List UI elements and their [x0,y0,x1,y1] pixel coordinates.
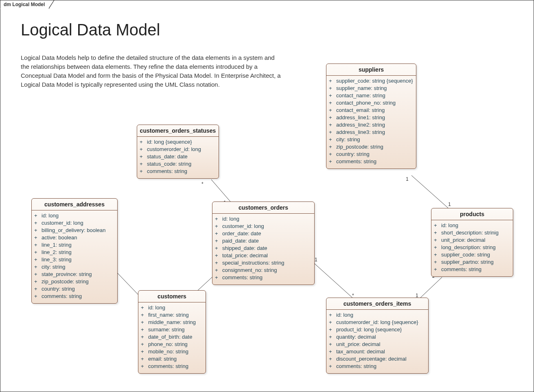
page-description: Logical Data Models help to define the d… [21,53,281,89]
attribute-row: +supplier_code: string {sequence} [329,77,414,85]
mult-label: 1 [448,201,451,207]
entity-customers[interactable]: customers+id: long+first_name: string+mi… [138,290,206,374]
entity-name: suppliers [326,64,416,76]
entity-attributes: +id: long+customer_id: long+order_date: … [212,214,314,285]
entity-attributes: +id: long+first_name: string+middle_name… [138,302,206,373]
attribute-row: +contact_name: string [329,92,414,99]
attribute-row: +email: string [141,355,203,363]
attribute-row: +date_of_birth: date [141,333,203,341]
entity-attributes: +id: long+short_description: strinig+uni… [431,220,513,276]
attribute-row: +special_instructions: string [215,259,312,267]
svg-line-3 [314,263,355,300]
attribute-row: +city: string [34,263,115,271]
attribute-row: +paid_date: date [215,237,312,245]
svg-line-4 [418,277,442,300]
attribute-row: +contact_email: string [329,107,414,114]
attribute-row: +first_name: string [141,311,203,319]
diagram-tab: dm Logical Model [0,0,49,9]
entity-attributes: +id: long+customerorder_id: long {sequen… [326,310,428,373]
attribute-row: +discount_percentage: decimal [329,355,426,363]
attribute-row: +unit_price: decimal [329,341,426,348]
attribute-row: +address_line2: string [329,121,414,129]
entity-name: customers_orders_statuses [137,125,219,137]
attribute-row: +address_line3: string [329,129,414,136]
attribute-row: +city: string [329,136,414,143]
entity-customers-orders[interactable]: customers_orders+id: long+customer_id: l… [212,201,315,285]
attribute-row: +tax_amount: decimal [329,348,426,355]
page-title: Logical Data Model [21,21,160,39]
attribute-row: +id: long {sequence} [140,138,216,146]
entity-suppliers[interactable]: suppliers+supplier_code: string {sequenc… [326,64,416,169]
attribute-row: +comments: string [329,158,414,165]
attribute-row: +long_description: string [434,244,510,251]
attribute-row: +id: long [141,304,203,311]
attribute-row: +id: long [215,215,312,223]
attribute-row: +id: long [34,212,115,219]
attribute-row: +supplier_name: string [329,85,414,92]
entity-name: products [431,208,513,220]
attribute-row: +unit_price: decimal [434,237,510,244]
attribute-row: +middle_name: string [141,319,203,326]
attribute-row: +id: long [434,222,510,229]
attribute-row: +product_id: long {sequence} [329,326,426,333]
attribute-row: +shipped_date: date [215,245,312,252]
attribute-row: +line_1: string [34,241,115,249]
attribute-row: +customer_id: long [215,223,312,230]
mult-label: * [201,181,204,187]
entity-attributes: +id: long+customer_id: long+billing_or_d… [32,210,117,303]
mult-label: 1 [315,257,317,263]
attribute-row: +customerorder_id: long {sequence} [329,319,426,326]
attribute-row: +state_province: string [34,271,115,278]
attribute-row: +surname: string [141,326,203,333]
svg-line-5 [411,175,448,208]
attribute-row: +status_code: string [140,160,216,168]
attribute-row: +total_price: decimal [215,252,312,259]
attribute-row: +comments: string [329,363,426,370]
entity-products[interactable]: products+id: long+short_description: str… [431,208,513,277]
entity-name: customers_addresses [32,199,117,210]
attribute-row: +supplier_code: string [434,251,510,258]
entity-attributes: +id: long {sequence}+customerorder_id: l… [137,137,219,178]
entity-name: customers [138,291,206,302]
entity-name: customers_orders [212,202,314,214]
entity-customers-orders-statuses[interactable]: customers_orders_statuses+id: long {sequ… [137,125,219,179]
attribute-row: +id: long [329,311,426,319]
attribute-row: +comments: string [141,363,203,370]
attribute-row: +short_description: strinig [434,229,510,237]
entity-attributes: +supplier_code: string {sequence}+suppli… [326,76,416,169]
attribute-row: +order_date: date [215,230,312,237]
attribute-row: +line_3: string [34,256,115,263]
attribute-row: +line_2: string [34,249,115,256]
diagram-canvas: dm Logical Model Logical Data Model Logi… [0,0,534,392]
entity-customers-orders-items[interactable]: customers_orders_items+id: long+customer… [326,298,429,374]
attribute-row: +mobile_no: string [141,348,203,355]
attribute-row: +comments: string [215,274,312,281]
entity-customers-addresses[interactable]: customers_addresses+id: long+customer_id… [31,198,118,304]
attribute-row: +phone_no: string [141,341,203,348]
attribute-row: +zip_postcode: string [34,278,115,285]
attribute-row: +consignment_no: string [215,267,312,274]
attribute-row: +contact_phone_no: string [329,99,414,107]
attribute-row: +active: boolean [34,234,115,241]
attribute-row: +customerorder_id: long [140,146,216,153]
attribute-row: +status_date: date [140,153,216,160]
attribute-row: +customer_id: long [34,219,115,227]
attribute-row: +comments: string [140,168,216,175]
attribute-row: +billing_or_delivery: boolean [34,227,115,234]
attribute-row: +country: string [34,285,115,293]
attribute-row: +supplier_partno: string [434,258,510,266]
svg-line-0 [211,180,232,204]
attribute-row: +zip_postcode: string [329,143,414,151]
mult-label: 1 [406,176,409,182]
attribute-row: +comments: string [434,266,510,273]
attribute-row: +country: string [329,151,414,158]
attribute-row: +quantity: decimal [329,333,426,341]
attribute-row: +address_line1: string [329,114,414,121]
attribute-row: +comments: string [34,293,115,300]
entity-name: customers_orders_items [326,298,428,310]
